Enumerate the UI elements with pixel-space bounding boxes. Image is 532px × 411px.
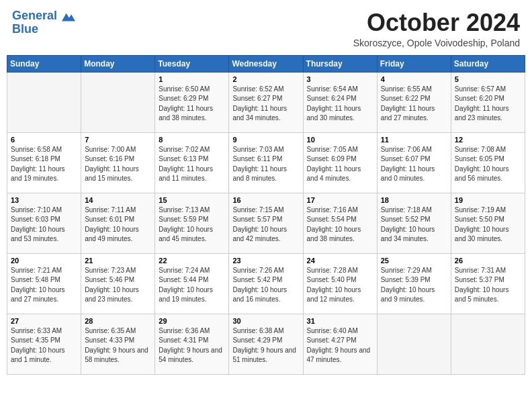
calendar-week-row: 27Sunrise: 6:33 AMSunset: 4:35 PMDayligh… <box>7 314 525 374</box>
day-number: 9 <box>232 136 299 144</box>
weekday-header: Friday <box>377 55 451 72</box>
calendar-week-row: 13Sunrise: 7:10 AMSunset: 6:03 PMDayligh… <box>7 193 525 253</box>
svg-marker-0 <box>62 13 75 21</box>
weekday-header: Thursday <box>303 55 377 72</box>
day-info: Sunrise: 7:19 AMSunset: 5:50 PMDaylight:… <box>455 205 521 244</box>
day-number: 25 <box>381 257 447 265</box>
logo: General Blue <box>12 9 75 36</box>
calendar-cell: 15Sunrise: 7:13 AMSunset: 5:59 PMDayligh… <box>155 193 229 253</box>
day-info: Sunrise: 6:58 AMSunset: 6:18 PMDaylight:… <box>11 145 77 184</box>
day-number: 11 <box>381 136 447 144</box>
day-number: 7 <box>85 136 151 144</box>
calendar-cell: 2Sunrise: 6:52 AMSunset: 6:27 PMDaylight… <box>229 72 303 132</box>
day-number: 28 <box>85 317 151 325</box>
weekday-header: Monday <box>81 55 155 72</box>
calendar-cell <box>81 72 155 132</box>
calendar-cell: 29Sunrise: 6:36 AMSunset: 4:31 PMDayligh… <box>155 314 229 374</box>
day-number: 13 <box>11 196 77 204</box>
day-number: 31 <box>307 317 373 325</box>
calendar-cell <box>451 314 525 374</box>
calendar-cell: 12Sunrise: 7:08 AMSunset: 6:05 PMDayligh… <box>451 132 525 193</box>
weekday-header: Saturday <box>451 55 525 72</box>
day-number: 18 <box>381 196 447 204</box>
day-info: Sunrise: 7:10 AMSunset: 6:03 PMDaylight:… <box>11 205 77 244</box>
day-number: 8 <box>159 136 225 144</box>
day-number: 15 <box>159 196 225 204</box>
day-info: Sunrise: 7:00 AMSunset: 6:16 PMDaylight:… <box>85 145 151 184</box>
day-number: 23 <box>232 257 299 265</box>
calendar-cell <box>377 314 451 374</box>
calendar-week-row: 1Sunrise: 6:50 AMSunset: 6:29 PMDaylight… <box>7 72 525 132</box>
calendar-cell: 11Sunrise: 7:06 AMSunset: 6:07 PMDayligh… <box>377 132 451 193</box>
day-info: Sunrise: 7:23 AMSunset: 5:46 PMDaylight:… <box>85 266 151 305</box>
calendar-cell: 10Sunrise: 7:05 AMSunset: 6:09 PMDayligh… <box>303 132 377 193</box>
calendar-cell: 14Sunrise: 7:11 AMSunset: 6:01 PMDayligh… <box>81 193 155 253</box>
calendar-cell: 16Sunrise: 7:15 AMSunset: 5:57 PMDayligh… <box>229 193 303 253</box>
day-number: 29 <box>159 317 225 325</box>
weekday-header: Sunday <box>7 55 81 72</box>
day-info: Sunrise: 7:08 AMSunset: 6:05 PMDaylight:… <box>455 145 521 184</box>
day-number: 20 <box>11 257 77 265</box>
calendar-cell: 21Sunrise: 7:23 AMSunset: 5:46 PMDayligh… <box>81 253 155 314</box>
calendar-cell: 20Sunrise: 7:21 AMSunset: 5:48 PMDayligh… <box>7 253 81 314</box>
day-info: Sunrise: 6:35 AMSunset: 4:33 PMDaylight:… <box>85 326 151 365</box>
calendar-cell: 9Sunrise: 7:03 AMSunset: 6:11 PMDaylight… <box>229 132 303 193</box>
page-header: General Blue October 2024 Skoroszyce, Op… <box>7 7 525 51</box>
calendar-cell: 17Sunrise: 7:16 AMSunset: 5:54 PMDayligh… <box>303 193 377 253</box>
calendar-cell: 31Sunrise: 6:40 AMSunset: 4:27 PMDayligh… <box>303 314 377 374</box>
day-info: Sunrise: 7:24 AMSunset: 5:44 PMDaylight:… <box>159 266 225 305</box>
logo-text: General <box>12 9 75 23</box>
calendar-week-row: 6Sunrise: 6:58 AMSunset: 6:18 PMDaylight… <box>7 132 525 193</box>
calendar-cell: 1Sunrise: 6:50 AMSunset: 6:29 PMDaylight… <box>155 72 229 132</box>
day-number: 3 <box>307 75 373 83</box>
day-info: Sunrise: 6:57 AMSunset: 6:20 PMDaylight:… <box>455 85 521 124</box>
day-info: Sunrise: 7:26 AMSunset: 5:42 PMDaylight:… <box>232 266 299 305</box>
day-info: Sunrise: 7:06 AMSunset: 6:07 PMDaylight:… <box>381 145 447 184</box>
day-info: Sunrise: 7:18 AMSunset: 5:52 PMDaylight:… <box>381 205 447 244</box>
day-number: 14 <box>85 196 151 204</box>
day-number: 30 <box>232 317 299 325</box>
day-number: 5 <box>455 75 521 83</box>
day-number: 6 <box>11 136 77 144</box>
day-info: Sunrise: 6:50 AMSunset: 6:29 PMDaylight:… <box>159 85 225 124</box>
day-info: Sunrise: 7:16 AMSunset: 5:54 PMDaylight:… <box>307 205 373 244</box>
day-info: Sunrise: 7:13 AMSunset: 5:59 PMDaylight:… <box>159 205 225 244</box>
day-info: Sunrise: 7:03 AMSunset: 6:11 PMDaylight:… <box>232 145 299 184</box>
calendar-cell: 26Sunrise: 7:31 AMSunset: 5:37 PMDayligh… <box>451 253 525 314</box>
weekday-header: Tuesday <box>155 55 229 72</box>
day-info: Sunrise: 7:02 AMSunset: 6:13 PMDaylight:… <box>159 145 225 184</box>
logo-blue: Blue <box>12 23 75 36</box>
calendar-cell: 13Sunrise: 7:10 AMSunset: 6:03 PMDayligh… <box>7 193 81 253</box>
day-info: Sunrise: 6:54 AMSunset: 6:24 PMDaylight:… <box>307 85 373 124</box>
day-info: Sunrise: 6:38 AMSunset: 4:29 PMDaylight:… <box>232 326 299 365</box>
day-number: 21 <box>85 257 151 265</box>
day-info: Sunrise: 6:52 AMSunset: 6:27 PMDaylight:… <box>232 85 299 124</box>
calendar-cell: 8Sunrise: 7:02 AMSunset: 6:13 PMDaylight… <box>155 132 229 193</box>
day-info: Sunrise: 7:28 AMSunset: 5:40 PMDaylight:… <box>307 266 373 305</box>
day-info: Sunrise: 7:15 AMSunset: 5:57 PMDaylight:… <box>232 205 299 244</box>
day-info: Sunrise: 7:29 AMSunset: 5:39 PMDaylight:… <box>381 266 447 305</box>
day-info: Sunrise: 6:40 AMSunset: 4:27 PMDaylight:… <box>307 326 373 365</box>
title-block: October 2024 Skoroszyce, Opole Voivodesh… <box>353 9 520 48</box>
calendar-cell: 4Sunrise: 6:55 AMSunset: 6:22 PMDaylight… <box>377 72 451 132</box>
calendar-cell: 6Sunrise: 6:58 AMSunset: 6:18 PMDaylight… <box>7 132 81 193</box>
calendar-cell: 18Sunrise: 7:18 AMSunset: 5:52 PMDayligh… <box>377 193 451 253</box>
day-number: 12 <box>455 136 521 144</box>
day-number: 19 <box>455 196 521 204</box>
calendar-cell: 27Sunrise: 6:33 AMSunset: 4:35 PMDayligh… <box>7 314 81 374</box>
calendar-week-row: 20Sunrise: 7:21 AMSunset: 5:48 PMDayligh… <box>7 253 525 314</box>
day-info: Sunrise: 7:21 AMSunset: 5:48 PMDaylight:… <box>11 266 77 305</box>
day-number: 2 <box>232 75 299 83</box>
calendar-header-row: SundayMondayTuesdayWednesdayThursdayFrid… <box>7 55 525 72</box>
day-info: Sunrise: 7:11 AMSunset: 6:01 PMDaylight:… <box>85 205 151 244</box>
day-info: Sunrise: 7:05 AMSunset: 6:09 PMDaylight:… <box>307 145 373 184</box>
day-number: 10 <box>307 136 373 144</box>
calendar-cell: 30Sunrise: 6:38 AMSunset: 4:29 PMDayligh… <box>229 314 303 374</box>
day-info: Sunrise: 6:33 AMSunset: 4:35 PMDaylight:… <box>11 326 77 365</box>
day-number: 16 <box>232 196 299 204</box>
calendar-body: 1Sunrise: 6:50 AMSunset: 6:29 PMDaylight… <box>7 72 525 374</box>
day-number: 4 <box>381 75 447 83</box>
location-subtitle: Skoroszyce, Opole Voivodeship, Poland <box>353 38 520 48</box>
calendar-cell: 7Sunrise: 7:00 AMSunset: 6:16 PMDaylight… <box>81 132 155 193</box>
day-number: 17 <box>307 196 373 204</box>
